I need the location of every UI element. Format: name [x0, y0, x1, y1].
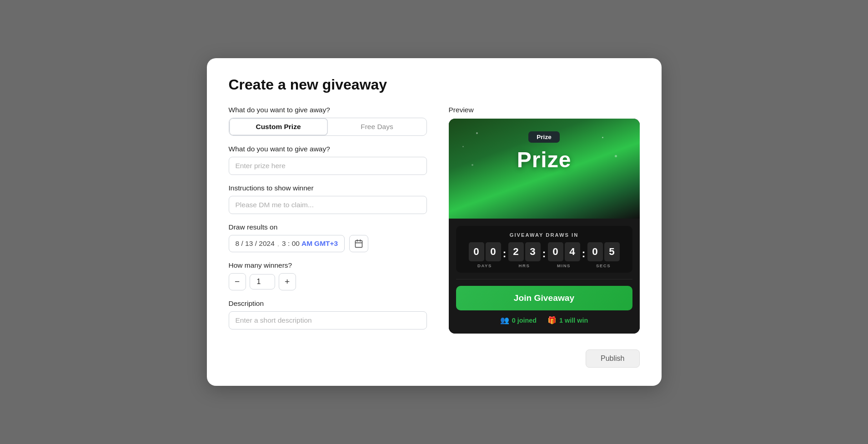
mins-tiles: 0 4 — [548, 242, 580, 261]
preview-label: Preview — [449, 106, 640, 114]
secs-tile-2: 5 — [604, 242, 620, 261]
win-stat: 🎁 1 will win — [547, 316, 588, 324]
description-label: Description — [229, 299, 427, 308]
sparkle-3 — [615, 155, 617, 157]
stats-row: 👥 0 joined 🎁 1 will win — [456, 316, 632, 324]
win-count: 1 will win — [559, 317, 588, 324]
sparkle-5 — [472, 164, 473, 166]
instructions-input[interactable] — [229, 196, 427, 214]
colon-3: : — [582, 247, 586, 268]
calendar-button[interactable] — [349, 235, 368, 252]
calendar-icon — [354, 239, 363, 248]
hrs-tile-1: 2 — [508, 242, 524, 261]
mins-tile-2: 4 — [565, 242, 580, 261]
prize-type-tabs: Custom Prize Free Days — [229, 118, 427, 136]
secs-group: 0 5 SECS — [587, 242, 620, 268]
mins-tile-1: 0 — [548, 242, 563, 261]
publish-button[interactable]: Publish — [586, 349, 639, 368]
winners-label: How many winners? — [229, 261, 427, 269]
winners-input[interactable] — [250, 274, 275, 289]
countdown-digits: 0 0 DAYS : 2 3 HRS — [461, 242, 628, 268]
create-giveaway-modal: Create a new giveaway What do you want t… — [207, 58, 662, 386]
preview-top: Prize Prize — [449, 119, 640, 219]
hrs-label: HRS — [519, 263, 530, 268]
hrs-group: 2 3 HRS — [508, 242, 541, 268]
people-icon: 👥 — [500, 316, 509, 324]
description-input[interactable] — [229, 311, 427, 329]
main-layout: What do you want to give away? Custom Pr… — [229, 106, 640, 339]
prize-badge: Prize — [528, 131, 560, 143]
modal-title: Create a new giveaway — [229, 76, 640, 93]
joined-count: 0 joined — [512, 317, 537, 324]
draw-date-label: Draw results on — [229, 223, 427, 231]
publish-row: Publish — [229, 349, 640, 368]
join-giveaway-button[interactable]: Join Giveaway — [456, 286, 632, 310]
prize-type-label: What do you want to give away? — [229, 106, 427, 114]
date-value: 8 / 13 / 2024 — [236, 239, 275, 248]
description-group: Description — [229, 299, 427, 329]
hrs-tiles: 2 3 — [508, 242, 541, 261]
days-label: DAYS — [477, 263, 492, 268]
prize-title: Prize — [517, 147, 572, 172]
timezone: GMT+3 — [314, 239, 338, 248]
sparkle-1 — [476, 132, 478, 134]
hrs-tile-2: 3 — [525, 242, 541, 261]
date-display: 8 / 13 / 2024 , 3 : 00 AM GMT+3 — [229, 235, 345, 252]
secs-label: SECS — [596, 263, 611, 268]
tab-custom-prize[interactable]: Custom Prize — [229, 118, 328, 135]
draw-date-group: Draw results on 8 / 13 / 2024 , 3 : 00 A… — [229, 223, 427, 252]
days-tile-2: 0 — [486, 242, 501, 261]
tab-free-days[interactable]: Free Days — [328, 118, 426, 135]
instructions-group: Instructions to show winner — [229, 184, 427, 214]
days-tile-1: 0 — [469, 242, 484, 261]
prize-name-group: What do you want to give away? — [229, 145, 427, 175]
mins-label: MINS — [557, 263, 571, 268]
form-section: What do you want to give away? Custom Pr… — [229, 106, 427, 339]
time-value: 3 : 00 — [282, 239, 300, 248]
colon-1: : — [503, 247, 507, 268]
secs-tile-1: 0 — [587, 242, 603, 261]
preview-bottom: GIVEAWAY DRAWS IN 0 0 DAYS : — [449, 219, 640, 334]
secs-tiles: 0 5 — [587, 242, 620, 261]
colon-2: : — [542, 247, 546, 268]
prize-input[interactable] — [229, 157, 427, 175]
sparkle-4 — [602, 137, 603, 138]
svg-rect-0 — [356, 240, 362, 247]
preview-card: Prize Prize GIVEAWAY DRAWS IN 0 0 D — [449, 119, 640, 334]
joined-stat: 👥 0 joined — [500, 316, 537, 324]
prize-name-label: What do you want to give away? — [229, 145, 427, 153]
time-am: AM — [301, 239, 312, 248]
preview-section: Preview Prize Prize GIVEAWAY DRAWS IN — [449, 106, 640, 334]
days-group: 0 0 DAYS — [469, 242, 501, 268]
countdown-box: GIVEAWAY DRAWS IN 0 0 DAYS : — [456, 226, 632, 273]
winners-group: How many winners? − + — [229, 261, 427, 290]
increment-button[interactable]: + — [279, 273, 296, 290]
mins-group: 0 4 MINS — [548, 242, 580, 268]
prize-type-group: What do you want to give away? Custom Pr… — [229, 106, 427, 136]
days-tiles: 0 0 — [469, 242, 501, 261]
decrement-button[interactable]: − — [229, 273, 246, 290]
divider — [456, 279, 632, 279]
date-row: 8 / 13 / 2024 , 3 : 00 AM GMT+3 — [229, 235, 427, 252]
winners-stepper: − + — [229, 273, 427, 290]
date-sep: , — [277, 239, 279, 248]
gift-icon: 🎁 — [547, 316, 557, 324]
instructions-label: Instructions to show winner — [229, 184, 427, 192]
sparkle-2 — [462, 146, 464, 147]
countdown-title: GIVEAWAY DRAWS IN — [461, 232, 628, 238]
